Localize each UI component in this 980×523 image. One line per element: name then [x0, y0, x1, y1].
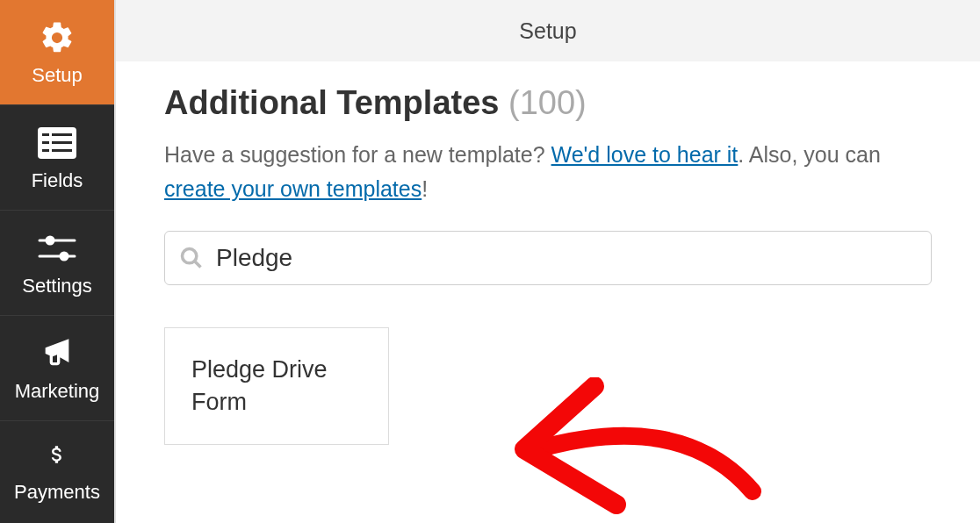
heading-text: Additional Templates — [164, 84, 499, 121]
svg-point-8 — [47, 237, 54, 244]
svg-line-12 — [195, 261, 201, 267]
sidebar-item-marketing[interactable]: Marketing — [0, 316, 114, 421]
svg-rect-4 — [52, 141, 72, 144]
list-icon — [38, 124, 76, 162]
sidebar-item-settings[interactable]: Settings — [0, 211, 114, 316]
svg-point-10 — [61, 253, 68, 260]
sidebar: Setup Fields Settings Marketing Payments — [0, 0, 114, 523]
sidebar-item-label: Marketing — [15, 380, 100, 403]
sidebar-item-label: Setup — [32, 64, 83, 87]
dollar-icon — [46, 435, 68, 474]
search-input[interactable] — [216, 244, 917, 272]
svg-rect-6 — [52, 149, 72, 152]
topbar: Setup — [114, 0, 980, 61]
gear-icon — [39, 18, 76, 57]
sidebar-item-setup[interactable]: Setup — [0, 0, 114, 105]
search-icon — [179, 246, 204, 270]
main-area: Setup Additional Templates (100) Have a … — [114, 0, 980, 523]
section-heading: Additional Templates (100) — [164, 84, 932, 122]
svg-rect-2 — [52, 133, 72, 136]
template-card[interactable]: Pledge Drive Form — [164, 327, 389, 445]
section-description: Have a suggestion for a new template? We… — [164, 138, 932, 206]
suggestion-link[interactable]: We'd love to hear it — [551, 142, 739, 167]
sidebar-item-label: Payments — [14, 481, 100, 504]
search-box[interactable] — [164, 231, 932, 285]
svg-rect-3 — [42, 141, 49, 144]
content-area: Additional Templates (100) Have a sugges… — [114, 61, 980, 523]
sidebar-item-fields[interactable]: Fields — [0, 105, 114, 211]
desc-text: ! — [422, 176, 428, 201]
create-templates-link[interactable]: create your own templates — [164, 176, 422, 201]
heading-count: (100) — [508, 84, 587, 121]
svg-rect-5 — [42, 149, 49, 152]
svg-rect-1 — [42, 133, 49, 136]
annotation-arrow — [489, 377, 779, 523]
page-title: Setup — [519, 18, 576, 44]
template-card-title: Pledge Drive Form — [191, 354, 362, 418]
svg-point-11 — [183, 248, 197, 262]
sidebar-item-label: Fields — [32, 169, 83, 192]
sliders-icon — [38, 229, 76, 268]
sidebar-item-label: Settings — [22, 275, 92, 297]
bullhorn-icon — [38, 334, 76, 373]
sidebar-item-payments[interactable]: Payments — [0, 421, 114, 518]
desc-text: Have a suggestion for a new template? — [164, 142, 551, 167]
desc-text: . Also, you can — [738, 142, 881, 167]
